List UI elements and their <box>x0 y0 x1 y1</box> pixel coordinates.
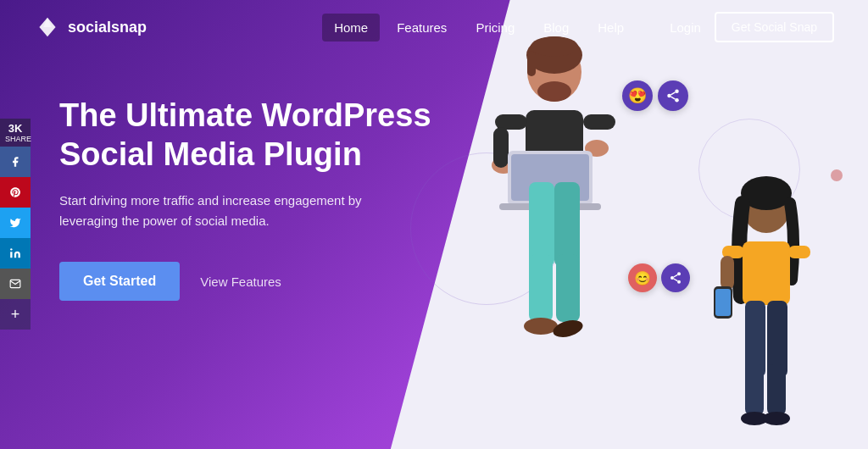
svg-point-0 <box>10 248 12 250</box>
logo[interactable]: socialsnap <box>34 14 147 41</box>
nav-blog[interactable]: Blog <box>531 14 581 42</box>
get-started-button[interactable]: Get Started <box>59 262 180 301</box>
hero-section: The Ultimate WordPress Social Media Plug… <box>0 54 868 301</box>
logo-text-regular: social <box>68 19 111 36</box>
navbar: socialsnap Home Features Pricing Blog He… <box>0 0 868 54</box>
nav-home[interactable]: Home <box>322 14 380 42</box>
hero-subtitle: Start driving more traffic and increase … <box>59 191 381 231</box>
logo-text-bold: snap <box>111 19 147 36</box>
svg-point-19 <box>524 318 558 335</box>
share-number: 3K <box>5 122 25 135</box>
nav-features[interactable]: Features <box>385 14 459 42</box>
hero-title: The Ultimate WordPress Social Media Plug… <box>59 97 466 174</box>
nav-pricing[interactable]: Pricing <box>464 14 526 42</box>
hero-buttons: Get Started View Features <box>59 262 868 301</box>
login-link[interactable]: Login <box>670 20 701 35</box>
nav-actions: Login Get Social Snap <box>670 12 834 42</box>
svg-point-39 <box>763 412 790 425</box>
svg-rect-36 <box>745 364 764 415</box>
share-count: 3K SHARE <box>0 119 31 147</box>
view-features-link[interactable]: View Features <box>200 274 281 289</box>
pinterest-share-button[interactable] <box>0 177 31 208</box>
nav-links: Home Features Pricing Blog Help <box>322 14 636 42</box>
linkedin-share-button[interactable] <box>0 238 31 269</box>
svg-rect-37 <box>767 364 786 415</box>
logo-text: socialsnap <box>68 19 147 36</box>
facebook-share-button[interactable] <box>0 147 31 177</box>
email-share-button[interactable] <box>0 269 31 299</box>
social-sidebar: 3K SHARE + <box>0 119 31 330</box>
twitter-share-button[interactable] <box>0 208 31 238</box>
share-label: SHARE <box>5 135 25 143</box>
get-social-snap-button[interactable]: Get Social Snap <box>715 12 834 42</box>
nav-help[interactable]: Help <box>586 14 636 42</box>
more-share-button[interactable]: + <box>0 299 31 330</box>
